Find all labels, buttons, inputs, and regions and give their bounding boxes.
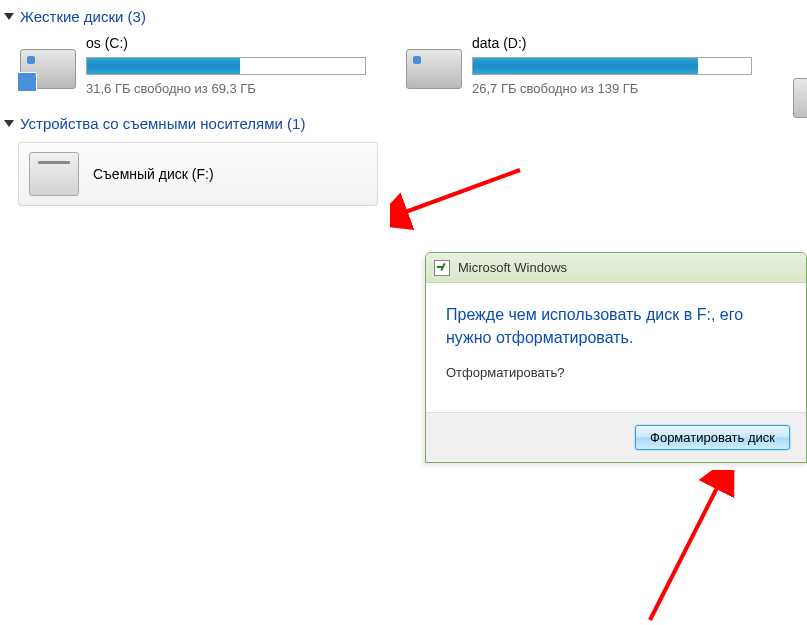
dialog-question: Отформатировать? (446, 365, 786, 380)
dialog-footer: Форматировать диск (426, 412, 806, 462)
removable-header[interactable]: Устройства со съемными носителями (1) (4, 115, 807, 132)
dialog-titlebar[interactable]: Microsoft Windows (426, 253, 806, 283)
removable-disk-f[interactable]: Съемный диск (F:) (18, 142, 378, 206)
disk-usage-bar (472, 57, 752, 75)
disk-usage-bar (86, 57, 366, 75)
disk-item-c[interactable]: os (C:) 31,6 ГБ свободно из 69,3 ГБ (20, 35, 366, 97)
dialog-body: Прежде чем использовать диск в F:, его н… (426, 283, 806, 412)
removable-label: Съемный диск (F:) (93, 166, 214, 182)
disk-info: data (D:) 26,7 ГБ свободно из 139 ГБ (472, 35, 752, 96)
hdd-icon (20, 49, 76, 97)
removable-title: Устройства со съемными носителями (1) (20, 115, 305, 132)
disk-item-d[interactable]: data (D:) 26,7 ГБ свободно из 139 ГБ (406, 35, 752, 97)
disk-label: os (C:) (86, 35, 366, 51)
format-dialog: Microsoft Windows Прежде чем использоват… (425, 252, 807, 463)
hdd-icon (406, 49, 462, 97)
hard-disks-header[interactable]: Жесткие диски (3) (4, 8, 807, 25)
dialog-title: Microsoft Windows (458, 260, 567, 275)
format-disk-button[interactable]: Форматировать диск (635, 425, 790, 450)
disk-info: os (C:) 31,6 ГБ свободно из 69,3 ГБ (86, 35, 366, 96)
disk-label: data (D:) (472, 35, 752, 51)
removable-row: Съемный диск (F:) (18, 142, 807, 206)
annotation-arrow-icon (610, 470, 750, 625)
hard-disks-title: Жесткие диски (3) (20, 8, 146, 25)
hard-disks-row: os (C:) 31,6 ГБ свободно из 69,3 ГБ data… (20, 35, 807, 97)
svg-line-3 (650, 482, 720, 620)
partial-disk-icon (793, 78, 807, 118)
collapse-triangle-icon (4, 120, 14, 127)
disk-free-text: 26,7 ГБ свободно из 139 ГБ (472, 81, 752, 96)
collapse-triangle-icon (4, 13, 14, 20)
disk-free-text: 31,6 ГБ свободно из 69,3 ГБ (86, 81, 366, 96)
dialog-system-icon (434, 260, 450, 276)
dialog-main-text: Прежде чем использовать диск в F:, его н… (446, 303, 786, 349)
removable-drive-icon (29, 152, 79, 196)
